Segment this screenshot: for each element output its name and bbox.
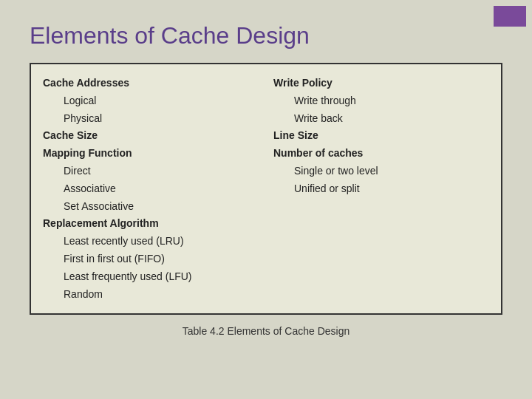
list-item: Unified or split	[273, 180, 489, 198]
table-grid: Cache AddressesLogicalPhysicalCache Size…	[43, 75, 489, 303]
table-caption: Table 4.2 Elements of Cache Design	[30, 325, 502, 337]
list-item: Least recently used (LRU)	[43, 233, 259, 250]
page-title: Elements of Cache Design	[30, 22, 502, 50]
list-item: Least frequently used (LFU)	[43, 268, 259, 286]
list-item: Set Associative	[43, 198, 259, 216]
list-item: Line Size	[273, 127, 489, 145]
list-item: First in first out (FIFO)	[43, 250, 259, 268]
list-item: Write through	[273, 92, 489, 110]
list-item: Logical	[43, 92, 259, 110]
list-item: Physical	[43, 110, 259, 128]
list-item: Replacement Algorithm	[43, 215, 259, 233]
list-item: Direct	[43, 163, 259, 180]
right-column: Write PolicyWrite throughWrite backLine …	[266, 75, 489, 303]
list-item: Write back	[273, 110, 489, 128]
list-item: Cache Addresses	[43, 75, 259, 92]
left-column: Cache AddressesLogicalPhysicalCache Size…	[43, 75, 266, 303]
slide: Elements of Cache Design Cache Addresses…	[0, 0, 532, 399]
list-item: Associative	[43, 180, 259, 198]
list-item: Write Policy	[273, 75, 489, 92]
list-item: Random	[43, 286, 259, 304]
list-item: Single or two level	[273, 163, 489, 180]
list-item: Mapping Function	[43, 145, 259, 163]
content-table: Cache AddressesLogicalPhysicalCache Size…	[30, 63, 502, 315]
accent-box	[494, 6, 526, 27]
list-item: Number of caches	[273, 145, 489, 163]
list-item: Cache Size	[43, 127, 259, 145]
